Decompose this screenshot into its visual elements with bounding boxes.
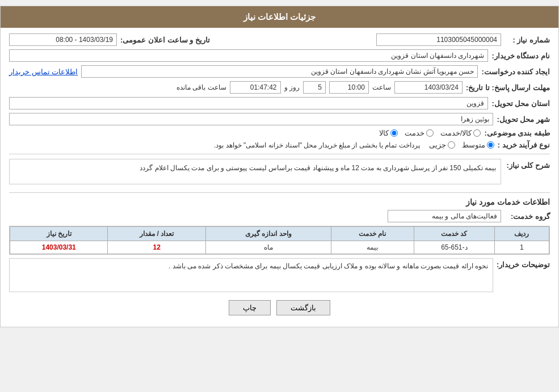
table-row: 1د-651-65بیمهماه121403/03/31 [10,241,549,254]
purchase-radio-motavasset[interactable]: متوسط [462,141,494,149]
radio-kala-khedmat-input[interactable] [473,129,481,137]
deadline-days-value: 5 [303,81,326,94]
radio-kala-khedmat-label: کالا/خدمت [440,129,472,137]
back-button[interactable]: بازگشت [276,300,330,315]
category-label: طبقه بندی موضوعی: [484,129,550,137]
col-header-qty: تعداد / مقدار [108,227,205,241]
buyer-org-value: شهرداری دانسفهان استان قزوین [9,49,488,62]
buttons-row: بازگشت چاپ [9,300,550,315]
deadline-time-value: 10:00 [329,81,369,94]
deadline-date: 1403/03/24 [394,81,463,94]
category-radio-khedmat[interactable]: خدمت [405,129,434,137]
city-value: بوئین زهرا [9,113,493,125]
contact-link[interactable]: اطلاعات تماس خریدار [9,68,78,76]
services-table: ردیف کد خدمت نام خدمت واحد اندازه گیری ت… [9,226,550,255]
table-cell-date: 1403/03/31 [10,241,108,254]
print-button[interactable]: چاپ [229,300,271,315]
purchase-radio-jozii[interactable]: جزیی [429,141,455,149]
category-radio-kala-khedmat[interactable]: کالا/خدمت [440,129,481,137]
radio-motavasset-label: متوسط [462,141,485,149]
radio-kala-input[interactable] [390,129,398,137]
col-header-unit: واحد اندازه گیری [205,227,331,241]
need-number-row: شماره نیاز : 1103005045000004 تاریخ و سا… [9,33,550,46]
buyer-notes-row: توضیحات خریدار: نحوه ارائه قیمت بصورت ما… [9,258,550,292]
city-label: شهر محل تحویل: [497,115,550,124]
province-row: استان محل تحویل: قزوین [9,97,550,109]
purchase-note: پرداخت تمام یا بخشی از مبلغ خریدار محل "… [214,141,420,149]
page-title: جزئیات اطلاعات نیاز [243,12,316,22]
purchase-type-label: نوع فرآیند خرید : [498,141,550,149]
table-cell-quantity: 12 [108,241,205,254]
services-section-title: اطلاعات خدمات مورد نیاز [9,197,550,206]
need-number-label: شماره نیاز : [505,36,550,44]
col-header-date: تاریخ نیاز [10,227,108,241]
radio-jozii-label: جزیی [429,141,446,149]
province-value: قزوین [9,97,488,109]
creator-value: حسن مهربویا آتش نشان شهرداری دانسفهان اس… [81,65,478,78]
category-radio-kala[interactable]: کالا [379,129,398,137]
table-cell-unit: ماه [205,241,331,254]
radio-kala-label: کالا [379,129,389,137]
buyer-notes-label: توضیحات خریدار: [497,260,550,269]
service-group-row: گروه خدمت: فعالیت‌های مالی و بیمه [9,210,550,222]
buyer-org-row: نام دستگاه خریدار: شهرداری دانسفهان استا… [9,49,550,62]
description-label: شرح کلی نیاز: [505,161,550,170]
table-cell-code: د-651-65 [414,241,494,254]
creator-row: ایجاد کننده درخواست: حسن مهربویا آتش نشا… [9,65,550,78]
deadline-days-label: روز و [284,83,300,91]
date-label: تاریخ و ساعت اعلان عمومی: [120,36,210,44]
col-header-row: ردیف [494,227,549,241]
radio-jozii-input[interactable] [448,141,455,149]
buyer-org-label: نام دستگاه خریدار: [491,52,550,60]
city-row: شهر محل تحویل: بوئین زهرا [9,113,550,125]
divider-2 [9,192,550,193]
buyer-notes-value: نحوه ارائه قیمت بصورت ماهانه و سالانه بو… [9,258,493,292]
deadline-remaining-label: ساعت باقی مانده [176,83,226,91]
radio-khedmat-input[interactable] [426,129,434,137]
radio-khedmat-label: خدمت [405,129,424,137]
category-radio-group: کالا/خدمت خدمت کالا [379,129,481,137]
page-header: جزئیات اطلاعات نیاز [1,6,558,28]
divider-1 [9,154,550,154]
col-header-name: نام خدمت [331,227,414,241]
service-group-label: گروه خدمت: [505,212,550,221]
category-row: طبقه بندی موضوعی: کالا/خدمت خدمت کالا [9,129,550,137]
table-cell-name: بیمه [331,241,414,254]
need-number-value: 1103005045000004 [376,33,501,46]
col-header-code: کد خدمت [414,227,494,241]
province-label: استان محل تحویل: [491,99,550,108]
deadline-time-label: ساعت [372,83,391,91]
service-group-value: فعالیت‌های مالی و بیمه [388,210,501,222]
description-value: بیمه تکمیلی 150 نفر از پرسنل شهرداری به … [9,159,501,184]
table-cell-row: 1 [494,241,549,254]
deadline-row: مهلت ارسال پاسخ: تا تاریخ: 1403/03/24 سا… [9,81,550,94]
deadline-label: مهلت ارسال پاسخ: تا تاریخ: [466,83,550,92]
date-value: 1403/03/19 - 08:00 [9,33,117,46]
purchase-type-row: نوع فرآیند خرید : متوسط جزیی پرداخت تمام… [9,141,550,149]
creator-label: ایجاد کننده درخواست: [481,68,550,76]
deadline-remaining-value: 01:47:42 [230,81,281,94]
purchase-radio-group: متوسط جزیی [429,141,494,149]
description-row: شرح کلی نیاز: بیمه تکمیلی 150 نفر از پرس… [9,159,550,188]
radio-motavasset-input[interactable] [487,141,494,149]
